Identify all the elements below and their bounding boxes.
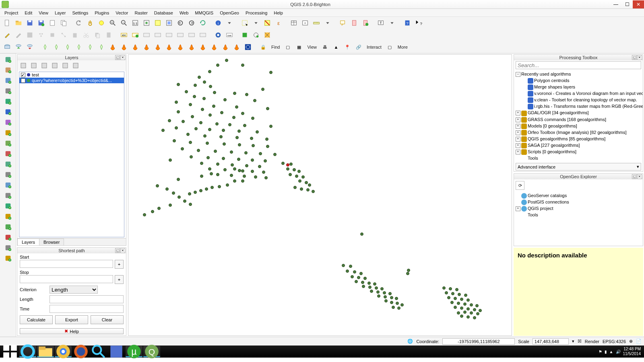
map-point[interactable] [168, 119, 171, 122]
menu-project[interactable]: Project [2, 10, 21, 16]
add-wms-icon[interactable]: + [3, 97, 13, 106]
map-point[interactable] [233, 179, 236, 183]
save-as-icon[interactable] [36, 18, 46, 28]
map-point[interactable] [251, 117, 254, 120]
map-point[interactable] [156, 184, 159, 187]
explorer-refresh-icon[interactable]: ⟳ [516, 181, 524, 190]
selected-point[interactable] [286, 163, 289, 167]
map-point[interactable] [209, 85, 212, 88]
pin-icon[interactable]: 📍 [343, 42, 352, 52]
map-point[interactable] [373, 282, 376, 286]
map-point[interactable] [470, 311, 473, 315]
add-oracle-icon[interactable]: + [3, 149, 13, 158]
layers-expand-icon[interactable] [51, 62, 58, 69]
map-point[interactable] [182, 120, 185, 123]
close-button[interactable]: ✕ [633, 0, 644, 8]
map-point[interactable] [442, 286, 446, 290]
toolbox-tree[interactable]: Recently used algorithmsPolygon centroid… [514, 70, 643, 162]
ftools-4-icon[interactable] [74, 42, 84, 52]
start-pick-button[interactable]: + [115, 260, 124, 269]
map-point[interactable] [392, 306, 395, 309]
menu-layer[interactable]: Layer [52, 10, 69, 16]
map-point[interactable] [458, 293, 461, 296]
delete-selected-icon[interactable] [70, 30, 80, 40]
tree-group[interactable]: Scripts [0 geoalgorithms] [516, 148, 641, 155]
fire-tool-6-icon[interactable] [175, 42, 185, 52]
tree-group[interactable]: GRASS commands [168 geoalgorithms] [516, 116, 641, 123]
layer-checkbox[interactable] [21, 73, 25, 77]
new-shapefile-icon[interactable]: + [3, 160, 13, 169]
map-point[interactable] [353, 270, 356, 274]
map-point[interactable] [202, 97, 206, 100]
save-project-icon[interactable] [25, 18, 35, 28]
taskbar-qgis[interactable]: Q [143, 346, 160, 357]
map-point[interactable] [211, 186, 214, 189]
map-point[interactable] [457, 311, 460, 315]
zoom-layer-icon[interactable] [164, 18, 174, 28]
map-point[interactable] [473, 316, 476, 319]
pan-icon[interactable] [85, 18, 95, 28]
map-point[interactable] [178, 195, 181, 199]
map-point[interactable] [298, 179, 301, 183]
map-point[interactable] [193, 95, 196, 98]
map-point[interactable] [252, 144, 255, 147]
clear-button[interactable]: Clear [91, 315, 124, 324]
map-point[interactable] [269, 125, 272, 128]
advanced-interface-toggle[interactable]: Advanced interface▾ [516, 163, 641, 171]
label-layer-icon[interactable] [130, 30, 140, 40]
heatmap-icon[interactable]: + [3, 233, 13, 242]
fire-tool-11-icon[interactable] [232, 42, 242, 52]
map-point[interactable] [376, 290, 380, 294]
interpolation-icon[interactable]: + [3, 243, 13, 252]
fire-tool-0-icon[interactable] [108, 42, 118, 52]
tree-group[interactable]: Models [0 geoalgorithms] [516, 123, 641, 129]
tray-flag-icon[interactable]: ⚑ [599, 350, 602, 354]
more-label[interactable]: More [396, 45, 409, 49]
map-point[interactable] [289, 173, 292, 176]
map-point[interactable] [151, 210, 154, 213]
add-spatialite-icon[interactable]: + [3, 76, 13, 85]
map-point[interactable] [361, 281, 364, 284]
map-point[interactable] [395, 297, 398, 300]
map-point[interactable] [225, 59, 228, 62]
map-point[interactable] [237, 130, 241, 133]
menu-plugins[interactable]: Plugins [92, 10, 112, 16]
map-point[interactable] [223, 168, 227, 171]
fire-tool-9-icon[interactable] [209, 42, 219, 52]
shortest-close-icon[interactable]: ✕ [120, 248, 125, 253]
map-point[interactable] [293, 168, 296, 171]
map-point[interactable] [208, 128, 211, 131]
map-point[interactable] [463, 311, 466, 314]
map-point[interactable] [407, 269, 410, 272]
zoom-selection-icon[interactable] [153, 18, 163, 28]
map-point[interactable] [360, 232, 363, 236]
map-point[interactable] [258, 165, 261, 168]
interact-label[interactable]: Interact [365, 45, 383, 49]
map-point[interactable] [241, 169, 244, 173]
map-point[interactable] [363, 277, 367, 280]
map-point[interactable] [377, 294, 380, 298]
map-point[interactable] [200, 175, 203, 178]
toolbox-close-icon[interactable]: ✕ [637, 55, 642, 60]
edit-current-icon[interactable] [14, 30, 23, 40]
map-point[interactable] [264, 176, 268, 179]
tree-group[interactable]: QGIS geoalgorithms [85 geoalgorithms] [516, 136, 641, 142]
new-composer-icon[interactable] [47, 18, 57, 28]
map-point[interactable] [194, 191, 197, 194]
print-icon[interactable]: 🖶 [320, 42, 330, 52]
start-button[interactable] [2, 346, 19, 357]
map-point[interactable] [454, 306, 457, 309]
map-point[interactable] [447, 296, 450, 299]
explorer-close-icon[interactable]: ✕ [637, 174, 642, 179]
label-rotate-icon[interactable] [187, 30, 196, 40]
menu-processing[interactable]: Processing [243, 10, 270, 16]
zoom-in-icon[interactable] [108, 18, 118, 28]
identify-dd-icon[interactable] [225, 18, 234, 28]
map-point[interactable] [173, 139, 176, 142]
map-point[interactable] [451, 292, 454, 295]
map-point[interactable] [194, 84, 197, 87]
map-point[interactable] [390, 301, 393, 304]
tree-alg[interactable]: i.rgb.his - Transforms raster maps from … [516, 103, 641, 109]
explorer-tree[interactable]: GeoServer catalogsPostGIS connectionsQGI… [514, 191, 643, 246]
map-point[interactable] [206, 142, 209, 145]
